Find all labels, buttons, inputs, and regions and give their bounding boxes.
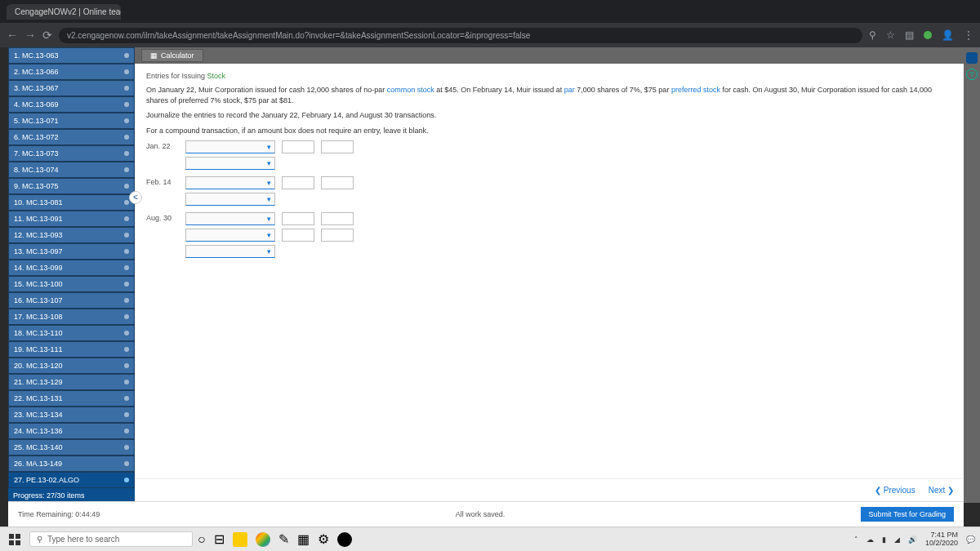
workspace: ▦ Calculator Entries for Issuing Stock O… [135,47,964,501]
sidebar-item[interactable]: 24. MC.13-136 [8,423,135,439]
chevron-down-icon: ▾ [267,143,271,151]
term-preferred-stock[interactable]: preferred stock [671,86,720,94]
file-explorer-icon[interactable] [233,532,247,547]
status-dot-icon [124,396,129,401]
notifications-icon[interactable]: 💬 [966,535,975,544]
term-par[interactable]: par [564,86,575,94]
status-dot-icon [124,331,129,335]
sidebar-item[interactable]: 27. PE.13-02.ALGO [8,472,135,488]
credit-input[interactable] [321,140,354,153]
debit-input[interactable] [282,176,314,189]
menu-icon[interactable]: ⋮ [964,29,973,41]
status-dot-icon [124,151,129,156]
settings-icon[interactable]: ⚙ [318,531,329,547]
sidebar-item[interactable]: 26. MA.13-149 [8,455,135,472]
sidebar-item[interactable]: 18. MC.13-110 [8,325,135,341]
search-icon[interactable]: ⚲ [869,29,876,41]
account-dropdown[interactable]: ▾ [185,176,275,189]
account-dropdown[interactable]: ▾ [185,157,275,170]
sidebar-item[interactable]: 23. MC.13-134 [8,407,135,423]
account-dropdown[interactable]: ▾ [185,229,275,242]
credit-input[interactable] [321,212,354,225]
sidebar-item-label: 10. MC.13-081 [14,198,63,207]
cortana-icon[interactable]: ○ [198,532,206,547]
extension-icon[interactable]: ▤ [905,29,914,41]
sidebar-item-label: 19. MC.13-111 [14,345,63,353]
chevron-down-icon: ▾ [267,231,271,239]
windows-taskbar: ⚲ Type here to search ○ ⊟ ✎ ▦ ⚙ ˄ ☁ ▮ ◢ … [0,527,980,551]
status-dot-icon [124,86,129,91]
sidebar-item[interactable]: 12. MC.13-093 [8,227,135,243]
term-stock[interactable]: Stock [207,72,226,80]
sidebar-item[interactable]: 15. MC.13-100 [8,276,135,292]
sidebar-item[interactable]: 21. MC.13-129 [8,374,135,390]
term-common-stock[interactable]: common stock [387,86,434,94]
sidebar-item-label: 17. MC.13-108 [14,313,63,321]
calculator-button[interactable]: ▦ Calculator [141,49,203,62]
sidebar-item[interactable]: 2. MC.13-066 [8,64,135,80]
start-button[interactable] [5,530,24,549]
sidebar-item[interactable]: 16. MC.13-107 [8,292,135,309]
app-icon[interactable]: ✎ [278,531,289,547]
system-clock[interactable]: 7:41 PM 10/2/2020 [925,531,958,548]
url-input[interactable]: v2.cengagenow.com/ilrn/takeAssignment/ta… [59,28,862,43]
battery-icon[interactable]: ▮ [882,535,886,544]
steam-icon[interactable] [337,532,352,547]
submit-test-button[interactable]: Submit Test for Grading [861,507,954,522]
debit-input[interactable] [282,229,314,242]
credit-input[interactable] [321,176,354,189]
sidebar-item[interactable]: 3. MC.13-067 [8,80,135,96]
volume-icon[interactable]: 🔊 [908,535,917,544]
next-button[interactable]: Next ❯ [929,486,954,495]
status-dot-icon[interactable] [924,31,932,39]
tray-chevron-icon[interactable]: ˄ [854,535,858,544]
sidebar-item[interactable]: 8. MC.13-074 [8,162,135,178]
sidebar-item[interactable]: 4. MC.13-069 [8,96,135,113]
task-view-icon[interactable]: ⊟ [214,531,225,547]
collapse-sidebar-button[interactable]: < [129,191,142,204]
sidebar-item[interactable]: 11. MC.13-091 [8,211,135,227]
sidebar-item[interactable]: 9. MC.13-075 [8,178,135,194]
sidebar-item[interactable]: 19. MC.13-111 [8,341,135,358]
sidebar-item-label: 25. MC.13-140 [14,443,63,451]
debit-input[interactable] [282,140,314,153]
status-dot-icon [124,167,129,172]
reload-button[interactable]: ⟳ [42,29,52,42]
account-dropdown[interactable]: ▾ [185,193,275,206]
sidebar-item[interactable]: 7. MC.13-073 [8,145,135,162]
sidebar-item[interactable]: 25. MC.13-140 [8,439,135,455]
wifi-icon[interactable]: ◢ [894,535,900,544]
taskbar-search[interactable]: ⚲ Type here to search [29,531,193,547]
credit-input[interactable] [321,229,354,242]
app-icon[interactable]: ▦ [297,531,310,547]
help-icon[interactable]: ? [966,69,978,80]
sidebar-item[interactable]: 5. MC.13-071 [8,113,135,129]
forward-button[interactable]: → [24,29,36,42]
status-dot-icon [124,135,129,140]
back-button[interactable]: ← [7,29,18,42]
profile-icon[interactable]: 👤 [942,29,954,41]
sidebar-item[interactable]: 1. MC.13-063 [8,47,135,64]
sidebar-item[interactable]: 20. MC.13-120 [8,358,135,374]
debit-input[interactable] [282,212,314,225]
account-dropdown[interactable]: ▾ [185,245,275,258]
chrome-icon[interactable] [256,532,270,547]
sidebar-item-label: 2. MC.13-066 [14,68,59,76]
dock-app-icon[interactable] [966,52,978,64]
sidebar-item[interactable]: 13. MC.13-097 [8,243,135,260]
sidebar-item[interactable]: 17. MC.13-108 [8,309,135,325]
previous-button[interactable]: ❮ Previous [875,486,915,495]
question-sidebar[interactable]: 1. MC.13-0632. MC.13-0663. MC.13-0674. M… [8,47,135,501]
sidebar-item[interactable]: 14. MC.13-099 [8,260,135,276]
calculator-icon: ▦ [150,51,158,60]
sidebar-item[interactable]: 10. MC.13-081 [8,194,135,211]
account-dropdown[interactable]: ▾ [185,212,275,225]
chevron-down-icon: ▾ [267,195,271,203]
status-dot-icon [124,118,129,123]
sidebar-item[interactable]: 6. MC.13-072 [8,129,135,145]
browser-tab[interactable]: CengageNOWv2 | Online teac... [7,4,121,20]
onedrive-icon[interactable]: ☁ [866,535,874,544]
star-icon[interactable]: ☆ [886,29,895,41]
account-dropdown[interactable]: ▾ [185,140,275,153]
sidebar-item[interactable]: 22. MC.13-131 [8,390,135,407]
